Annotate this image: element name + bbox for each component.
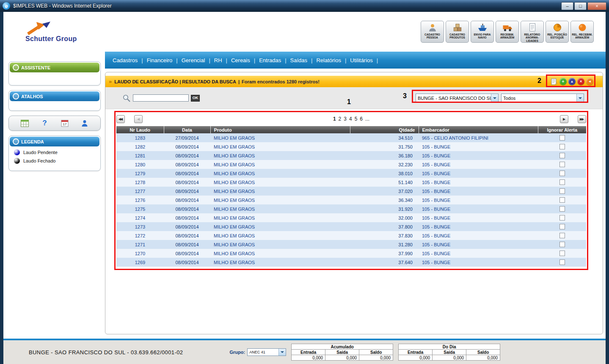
previous-page-button[interactable]: ◀ bbox=[134, 115, 143, 123]
cell-nr-laudo[interactable]: 1283 bbox=[116, 133, 164, 142]
menu-item-cereais[interactable]: Cereais bbox=[231, 57, 250, 63]
ignorar-alerta-checkbox[interactable] bbox=[559, 162, 565, 167]
ignorar-alerta-checkbox[interactable] bbox=[559, 188, 565, 194]
menu-item-sadas[interactable]: Saídas bbox=[290, 57, 307, 63]
ignorar-alerta-checkbox[interactable] bbox=[559, 197, 565, 203]
page-link-1[interactable]: 1 bbox=[333, 116, 336, 122]
column-header-nr-laudo[interactable]: Nr Laudo bbox=[116, 126, 164, 133]
ignorar-alerta-checkbox[interactable] bbox=[559, 242, 565, 247]
rel-recebimento-armazem-button[interactable]: REL. RECEBIM. ARMAZÉM bbox=[570, 21, 594, 43]
calculator-icon[interactable] bbox=[20, 119, 30, 128]
grupo-select[interactable]: ANEC 41 bbox=[247, 348, 286, 356]
cell-nr-laudo[interactable]: 1271 bbox=[116, 240, 164, 249]
cell-data: 08/09/2014 bbox=[164, 169, 210, 178]
relatorio-anormalidades-button[interactable]: RELATÓRIO ANORMA- LIDADES bbox=[521, 21, 544, 43]
add-icon[interactable]: + bbox=[559, 78, 567, 85]
page-link-3[interactable]: 3 bbox=[344, 116, 347, 122]
ignorar-alerta-checkbox[interactable] bbox=[559, 153, 565, 158]
column-header-ignorar-alerta[interactable]: Ignorar Alerta bbox=[538, 126, 586, 133]
acumulado-saida-value: 0,000 bbox=[325, 355, 359, 361]
cadastro-produtos-button[interactable]: CADASTRO PRODUTOS bbox=[446, 21, 469, 43]
cell-nr-laudo[interactable]: 1281 bbox=[116, 151, 164, 160]
cell-nr-laudo[interactable]: 1272 bbox=[116, 231, 164, 240]
cell-nr-laudo[interactable]: 1279 bbox=[116, 169, 164, 178]
status-select[interactable]: Todos bbox=[501, 94, 584, 103]
column-header-produto[interactable]: Produto bbox=[210, 126, 350, 133]
ignorar-alerta-checkbox[interactable] bbox=[559, 135, 565, 141]
cell-nr-laudo[interactable]: 1270 bbox=[116, 249, 164, 258]
calendar-icon[interactable]: 17 bbox=[60, 119, 69, 128]
page-link-5[interactable]: 5 bbox=[355, 116, 358, 122]
search-input[interactable] bbox=[133, 94, 189, 102]
envio-para-navio-button[interactable]: ENVIO PARA NAVIO bbox=[471, 21, 494, 43]
main-panel: » LAUDO DE CLASSIFICAÇÃO | RESULTADO DA … bbox=[105, 72, 603, 334]
cell-ignorar-alerta bbox=[538, 142, 586, 151]
page-link-6[interactable]: 6 bbox=[360, 116, 363, 122]
cell-nr-laudo[interactable]: 1277 bbox=[116, 187, 164, 196]
cell-nr-laudo[interactable]: 1269 bbox=[116, 258, 164, 267]
back-arrow-icon[interactable]: ◄ bbox=[586, 78, 593, 85]
column-header-embarcador[interactable]: Embarcador bbox=[419, 126, 538, 133]
legend-item-pendente: Laudo Pendente bbox=[14, 149, 96, 155]
cell-ignorar-alerta bbox=[538, 258, 586, 267]
ignorar-alerta-checkbox[interactable] bbox=[559, 233, 565, 238]
cell-nr-laudo[interactable]: 1282 bbox=[116, 142, 164, 151]
ignorar-alerta-checkbox[interactable] bbox=[559, 215, 565, 221]
page-link-2[interactable]: 2 bbox=[339, 116, 342, 122]
maximize-button[interactable]: □ bbox=[574, 2, 587, 10]
last-page-button[interactable]: ▶▶ bbox=[578, 115, 586, 123]
next-page-button[interactable]: ▶ bbox=[560, 115, 568, 123]
ignorar-alerta-checkbox[interactable] bbox=[559, 206, 565, 212]
menu-item-cadastros[interactable]: Cadastros bbox=[113, 57, 138, 63]
delete-icon[interactable]: ✕ bbox=[577, 78, 584, 85]
ignorar-alerta-checkbox[interactable] bbox=[559, 144, 565, 149]
cell-nr-laudo[interactable]: 1273 bbox=[116, 222, 164, 231]
menu-item-gerencial[interactable]: Gerencial bbox=[182, 57, 205, 63]
cell-nr-laudo[interactable]: 1274 bbox=[116, 213, 164, 222]
ignorar-alerta-checkbox[interactable] bbox=[559, 259, 565, 265]
cell-nr-laudo[interactable]: 1275 bbox=[116, 204, 164, 213]
status-select-value: Todos bbox=[502, 96, 515, 101]
window-title: $IMPLES WEB - Windows Internet Explorer bbox=[13, 3, 561, 9]
cell-embarcador: 105 - BUNGE bbox=[419, 169, 538, 178]
cell-ignorar-alerta bbox=[538, 231, 586, 240]
rel-posicao-estoque-button[interactable]: REL. POSIÇÃO ESTOQUE bbox=[546, 21, 569, 43]
assistente-header[interactable]: ASSISTENTE bbox=[10, 63, 99, 72]
menu-item-utilitrios[interactable]: Utilitários bbox=[350, 57, 372, 63]
close-button[interactable]: × bbox=[587, 2, 606, 10]
ignorar-alerta-checkbox[interactable] bbox=[559, 251, 565, 256]
cell-nr-laudo[interactable]: 1278 bbox=[116, 178, 164, 187]
up-arrow-icon[interactable]: ▲ bbox=[568, 78, 576, 85]
cell-nr-laudo[interactable]: 1280 bbox=[116, 160, 164, 169]
ignorar-alerta-checkbox[interactable] bbox=[559, 179, 565, 185]
cell-produto: MILHO EM GRAOS bbox=[210, 222, 350, 231]
edit-document-icon[interactable] bbox=[550, 78, 558, 85]
cell-embarcador: 105 - BUNGE bbox=[419, 178, 538, 187]
tool-button-label: CADASTRO PRODUTOS bbox=[446, 33, 468, 39]
help-icon[interactable]: ? bbox=[40, 119, 50, 128]
pagination-pages: 123456... bbox=[143, 116, 560, 122]
table-row: 128208/09/2014MILHO EM GRAOS31.750105 - … bbox=[116, 142, 586, 151]
user-icon[interactable] bbox=[80, 119, 89, 128]
menu-item-financeiro[interactable]: Financeiro bbox=[147, 57, 173, 63]
first-page-button[interactable]: ◀◀ bbox=[116, 115, 125, 123]
menu-item-entradas[interactable]: Entradas bbox=[259, 57, 281, 63]
cell-nr-laudo[interactable]: 1276 bbox=[116, 196, 164, 204]
tool-button-label: RELATÓRIO ANORMA- LIDADES bbox=[521, 33, 543, 42]
ignorar-alerta-checkbox[interactable] bbox=[559, 224, 565, 229]
menu-item-rh[interactable]: RH bbox=[214, 57, 222, 63]
atalhos-header[interactable]: ATALHOS bbox=[10, 91, 99, 101]
page-link-4[interactable]: 4 bbox=[349, 116, 352, 122]
recebimento-armazem-button[interactable]: RECEBIM. ARMAZÉM bbox=[496, 21, 519, 43]
menu-separator: | bbox=[209, 57, 210, 63]
minimize-button[interactable]: – bbox=[561, 2, 573, 10]
column-header-data[interactable]: Data bbox=[164, 126, 210, 133]
search-ok-button[interactable]: OK bbox=[191, 95, 200, 102]
column-header-qtdade[interactable]: Qtdade bbox=[350, 126, 419, 133]
embarcador-select[interactable]: BUNGE - SAO FRANCISCO DO SU bbox=[416, 94, 499, 103]
menu-item-relatrios[interactable]: Relatórios bbox=[316, 57, 341, 63]
legenda-header: LEGENDA bbox=[10, 137, 99, 146]
cell-produto: MILHO EM GRAOS bbox=[210, 178, 350, 187]
cadastro-pessoa-button[interactable]: CADASTRO PESSOA bbox=[421, 21, 444, 43]
ignorar-alerta-checkbox[interactable] bbox=[559, 171, 565, 176]
